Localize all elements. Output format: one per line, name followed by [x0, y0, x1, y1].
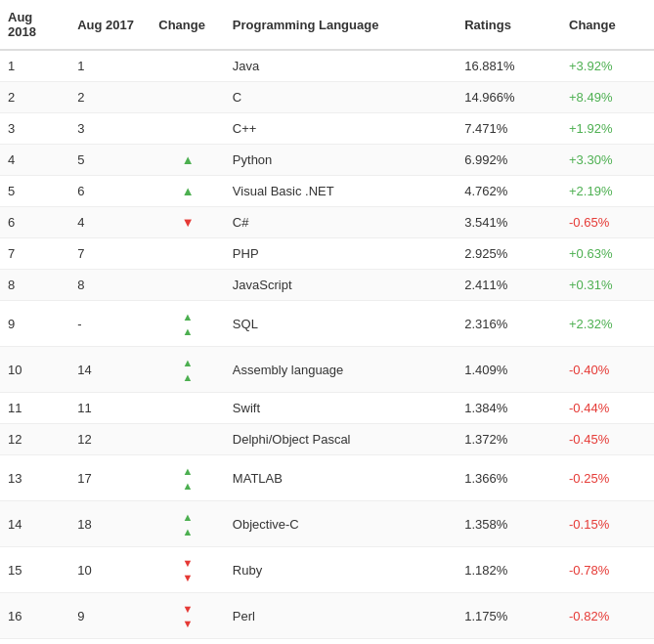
- language-name: PHP: [225, 238, 457, 270]
- change-value: -0.25%: [561, 455, 654, 501]
- change-value: -0.45%: [561, 424, 654, 455]
- change-indicator: ▼▼: [151, 593, 225, 639]
- rank-aug2018: 4: [0, 145, 69, 176]
- table-row: 3 3 C++ 7.471% +1.92%: [0, 113, 654, 145]
- rankings-table: Aug 2018 Aug 2017 Change Programming Lan…: [0, 0, 654, 644]
- change-indicator: ▲: [151, 176, 225, 207]
- rank-aug2017: 10: [69, 547, 151, 593]
- change-indicator: [151, 270, 225, 301]
- header-aug2017: Aug 2017: [69, 0, 151, 50]
- rank-aug2018: 17: [0, 639, 69, 645]
- double-arrow-up-icon: ▲▲: [183, 511, 194, 537]
- change-value: +8.49%: [561, 82, 654, 113]
- rank-aug2017: 8: [69, 270, 151, 301]
- double-arrow-down-icon: ▼▼: [183, 557, 194, 583]
- rank-aug2018: 12: [0, 424, 69, 455]
- rank-aug2018: 6: [0, 207, 69, 238]
- change-indicator: [151, 238, 225, 270]
- rank-aug2017: 12: [69, 424, 151, 455]
- rank-aug2018: 16: [0, 593, 69, 639]
- language-name: JavaScript: [225, 270, 457, 301]
- table-row: 4 5 ▲ Python 6.992% +3.30%: [0, 145, 654, 176]
- ratings-value: 1.182%: [457, 547, 561, 593]
- rank-aug2018: 5: [0, 176, 69, 207]
- table-body: 1 1 Java 16.881% +3.92% 2 2 C 14.966% +8…: [0, 50, 654, 644]
- change-indicator: ▼: [151, 639, 225, 645]
- language-name: C++: [225, 113, 457, 145]
- ratings-value: 0.996%: [457, 639, 561, 645]
- ratings-value: 7.471%: [457, 113, 561, 145]
- change-indicator: ▲▲: [151, 455, 225, 501]
- change-value: -0.15%: [561, 501, 654, 547]
- language-name: Visual Basic .NET: [225, 176, 457, 207]
- language-name: C#: [225, 207, 457, 238]
- table-row: 6 4 ▼ C# 3.541% -0.65%: [0, 207, 654, 238]
- rank-aug2017: 2: [69, 82, 151, 113]
- change-value: -0.82%: [561, 593, 654, 639]
- change-value: +2.19%: [561, 176, 654, 207]
- table-row: 1 1 Java 16.881% +3.92%: [0, 50, 654, 82]
- rank-aug2018: 11: [0, 393, 69, 424]
- change-value: -0.40%: [561, 347, 654, 393]
- double-arrow-up-icon: ▲▲: [183, 465, 194, 492]
- change-indicator: ▲▲: [151, 301, 225, 347]
- ratings-value: 2.316%: [457, 301, 561, 347]
- ratings-value: 2.925%: [457, 238, 561, 270]
- table-row: 12 12 Delphi/Object Pascal 1.372% -0.45%: [0, 424, 654, 455]
- change-value: -0.65%: [561, 207, 654, 238]
- ratings-value: 1.384%: [457, 393, 561, 424]
- change-indicator: ▲: [151, 145, 225, 176]
- table-row: 11 11 Swift 1.384% -0.44%: [0, 393, 654, 424]
- arrow-down-icon: ▼: [182, 215, 195, 230]
- language-name: Go: [225, 639, 457, 645]
- language-name: Perl: [225, 593, 457, 639]
- table-row: 5 6 ▲ Visual Basic .NET 4.762% +2.19%: [0, 176, 654, 207]
- ratings-value: 1.358%: [457, 501, 561, 547]
- ratings-value: 4.762%: [457, 176, 561, 207]
- table-row: 2 2 C 14.966% +8.49%: [0, 82, 654, 113]
- header-language: Programming Language: [225, 0, 457, 50]
- rank-aug2018: 13: [0, 455, 69, 501]
- language-name: Swift: [225, 393, 457, 424]
- change-indicator: [151, 50, 225, 82]
- ratings-value: 6.992%: [457, 145, 561, 176]
- header-change2: Change: [561, 0, 654, 50]
- rank-aug2017: 4: [69, 207, 151, 238]
- change-value: +3.92%: [561, 50, 654, 82]
- change-value: +1.92%: [561, 113, 654, 145]
- rank-aug2017: 11: [69, 393, 151, 424]
- ratings-value: 2.411%: [457, 270, 561, 301]
- language-name: Assembly language: [225, 347, 457, 393]
- language-name: Objective-C: [225, 501, 457, 547]
- rank-aug2018: 3: [0, 113, 69, 145]
- language-name: MATLAB: [225, 455, 457, 501]
- language-name: C: [225, 82, 457, 113]
- change-indicator: ▼: [151, 207, 225, 238]
- header-change1: Change: [151, 0, 225, 50]
- ratings-value: 14.966%: [457, 82, 561, 113]
- change-value: +0.63%: [561, 238, 654, 270]
- ratings-value: 16.881%: [457, 50, 561, 82]
- table-row: 15 10 ▼▼ Ruby 1.182% -0.78%: [0, 547, 654, 593]
- change-indicator: [151, 393, 225, 424]
- rank-aug2018: 7: [0, 238, 69, 270]
- rank-aug2017: 16: [69, 639, 151, 645]
- change-indicator: [151, 113, 225, 145]
- rank-aug2017: 6: [69, 176, 151, 207]
- rank-aug2018: 1: [0, 50, 69, 82]
- change-indicator: [151, 82, 225, 113]
- rank-aug2017: 1: [69, 50, 151, 82]
- change-value: -0.65%: [561, 639, 654, 645]
- change-value: +3.30%: [561, 145, 654, 176]
- arrow-up-icon: ▲: [182, 152, 195, 167]
- table-row: 13 17 ▲▲ MATLAB 1.366% -0.25%: [0, 455, 654, 501]
- arrow-up-icon: ▲: [182, 184, 195, 198]
- rank-aug2018: 8: [0, 270, 69, 301]
- language-name: Delphi/Object Pascal: [225, 424, 457, 455]
- rank-aug2017: 7: [69, 238, 151, 270]
- language-name: SQL: [225, 301, 457, 347]
- change-indicator: ▼▼: [151, 547, 225, 593]
- change-value: +0.31%: [561, 270, 654, 301]
- rank-aug2017: 3: [69, 113, 151, 145]
- rank-aug2017: 14: [69, 347, 151, 393]
